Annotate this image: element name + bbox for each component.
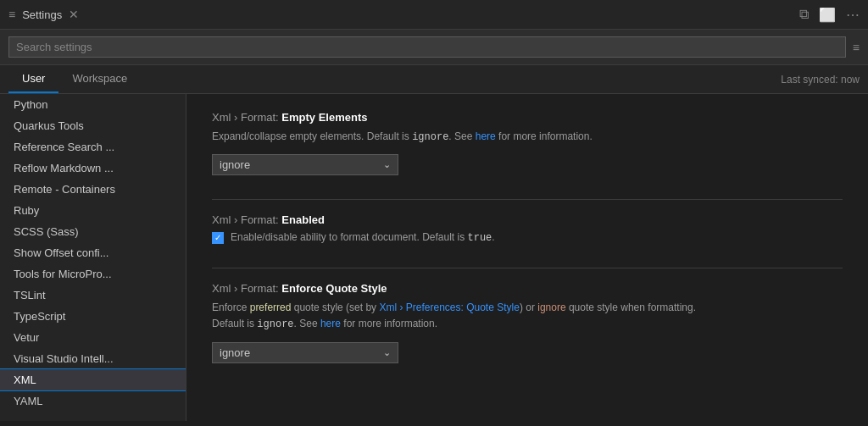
ignore-highlight: ignore — [537, 302, 565, 313]
more-actions-icon[interactable]: ⋯ — [846, 7, 860, 23]
sidebar-item-tslint[interactable]: TSLint — [0, 285, 186, 306]
setting-name: Empty Elements — [281, 111, 367, 124]
chevron-down-icon: ⌄ — [383, 159, 391, 170]
enforce-quote-dropdown[interactable]: ignore ⌄ — [212, 342, 398, 363]
sidebar-item-reference-search[interactable]: Reference Search ... — [0, 136, 186, 158]
divider2 — [212, 268, 843, 268]
setting-name: Enabled — [281, 213, 325, 226]
sidebar-item-quarkus[interactable]: Quarkus Tools — [0, 115, 186, 136]
dropdown-selected-value: ignore — [220, 158, 250, 171]
layout-icon[interactable]: ⬜ — [819, 7, 836, 23]
close-icon[interactable]: ✕ — [69, 8, 79, 21]
title-bar-actions: ⧉ ⬜ ⋯ — [799, 7, 860, 23]
sidebar-item-scss[interactable]: SCSS (Sass) — [0, 221, 186, 242]
tab-user[interactable]: User — [8, 65, 58, 93]
info-link[interactable]: here — [476, 130, 496, 142]
sidebar-item-vetur[interactable]: Vetur — [0, 327, 186, 348]
sidebar-item-ruby[interactable]: Ruby — [0, 200, 186, 221]
menu-icon[interactable]: ≡ — [8, 8, 15, 21]
checkbox-row: ✓ Enable/disable ability to format docum… — [212, 231, 843, 244]
preferred-highlight: preferred — [250, 302, 292, 313]
sidebar-item-visual-studio[interactable]: Visual Studio Intell... — [0, 348, 186, 369]
sidebar-item-reflow-markdown[interactable]: Reflow Markdown ... — [0, 158, 186, 179]
setting-category: Xml › Format: — [212, 282, 281, 295]
default-value-mono: ignore — [412, 131, 448, 143]
setting-title-enforce-quote: Xml › Format: Enforce Quote Style — [212, 282, 843, 295]
setting-desc-empty-elements: Expand/collapse empty elements. Default … — [212, 129, 843, 146]
setting-desc-enforce-quote: Enforce preferred quote style (set by Xm… — [212, 300, 843, 333]
empty-elements-dropdown[interactable]: ignore ⌄ — [212, 154, 398, 175]
settings-icon[interactable]: ≡ — [853, 41, 860, 54]
info-link2[interactable]: here — [320, 318, 341, 329]
setting-category: Xml › Format: — [212, 213, 281, 226]
tabs-bar: User Workspace Last synced: now — [0, 65, 868, 94]
split-editor-icon[interactable]: ⧉ — [799, 7, 809, 22]
divider — [212, 199, 843, 200]
setting-category: Xml › Format: — [212, 111, 281, 124]
sidebar: Python Quarkus Tools Reference Search ..… — [0, 94, 186, 421]
format-enabled-checkbox[interactable]: ✓ — [212, 232, 224, 244]
checkmark-icon: ✓ — [214, 233, 221, 242]
chevron-down-icon: ⌄ — [383, 347, 391, 358]
setting-name: Enforce Quote Style — [281, 282, 387, 295]
quote-style-link[interactable]: Xml › Preferences: Quote Style — [379, 302, 519, 313]
setting-title-enabled: Xml › Format: Enabled — [212, 213, 843, 226]
title-bar: ≡ Settings ✕ ⧉ ⬜ ⋯ — [0, 0, 868, 30]
default-ignore-mono: ignore — [257, 318, 293, 330]
main-layout: Python Quarkus Tools Reference Search ..… — [0, 94, 868, 421]
setting-enforce-quote-style: Xml › Format: Enforce Quote Style Enforc… — [212, 282, 843, 362]
default-true-mono: true — [467, 232, 492, 244]
sidebar-item-typescript[interactable]: TypeScript — [0, 306, 186, 327]
sidebar-item-xml[interactable]: XML — [0, 369, 186, 390]
sidebar-item-yaml[interactable]: YAML — [0, 390, 186, 412]
sidebar-item-remote-containers[interactable]: Remote - Containers — [0, 179, 186, 200]
dropdown-selected-value: ignore — [220, 346, 250, 359]
tab-workspace[interactable]: Workspace — [58, 65, 141, 93]
sidebar-item-show-offset[interactable]: Show Offset confi... — [0, 242, 186, 263]
search-bar: ≡ — [0, 30, 868, 65]
setting-title-empty-elements: Xml › Format: Empty Elements — [212, 111, 843, 124]
content-area: Xml › Format: Empty Elements Expand/coll… — [186, 94, 868, 421]
checkbox-description: Enable/disable ability to format documen… — [231, 231, 495, 244]
search-input[interactable] — [8, 36, 846, 58]
setting-empty-elements: Xml › Format: Empty Elements Expand/coll… — [212, 111, 843, 175]
title-bar-title: Settings — [22, 8, 62, 21]
title-bar-left: ≡ Settings ✕ — [8, 8, 79, 21]
setting-enabled: Xml › Format: Enabled ✓ Enable/disable a… — [212, 213, 843, 244]
last-synced: Last synced: now — [781, 74, 860, 86]
sidebar-item-tools-micropro[interactable]: Tools for MicroPro... — [0, 263, 186, 285]
sidebar-item-python[interactable]: Python — [0, 94, 186, 115]
tabs-left: User Workspace — [8, 65, 141, 93]
